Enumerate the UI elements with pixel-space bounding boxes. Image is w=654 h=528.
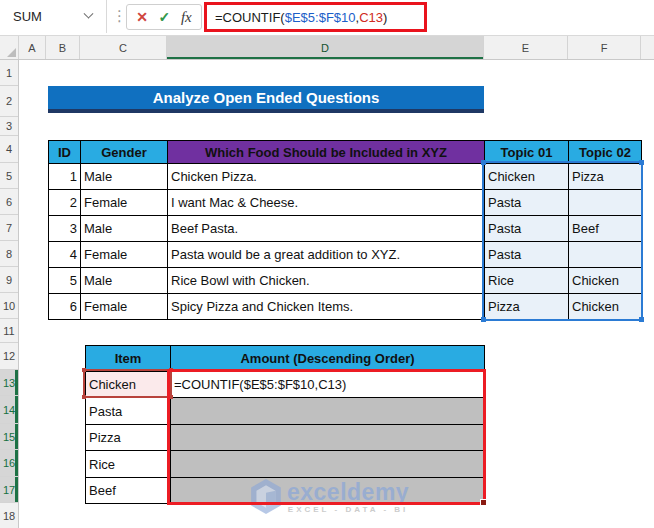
cell-gender[interactable]: Male — [81, 164, 168, 190]
cell-id[interactable]: 1 — [49, 164, 81, 190]
cell-gender[interactable]: Male — [81, 268, 168, 294]
row-header-10[interactable]: 10 — [0, 293, 18, 319]
row-header-18[interactable]: 18 — [0, 503, 18, 528]
cell-topic2[interactable]: Chicken — [569, 268, 642, 294]
cell-question[interactable]: Chicken Pizza. — [168, 164, 485, 190]
cell-question[interactable]: Spicy Pizza and Chicken Items. — [168, 294, 485, 320]
enter-icon[interactable]: ✓ — [159, 9, 171, 25]
result-row: Rice — [86, 451, 485, 478]
cell-id[interactable]: 3 — [49, 216, 81, 242]
cell-id[interactable]: 6 — [49, 294, 81, 320]
cell-topic1[interactable]: Pasta — [485, 190, 569, 216]
row-header-14[interactable]: 14 — [0, 396, 18, 424]
title-banner-text: Analyze Open Ended Questions — [153, 89, 380, 106]
cell-topic1[interactable]: Pizza — [485, 294, 569, 320]
formula-bar: SUM ⋮ ✕ ✓ fx =COUNTIF($E$5:$F$10,C13) — [0, 0, 654, 36]
row-header-5[interactable]: 5 — [0, 163, 18, 189]
watermark-tagline: EXCEL - DATA - BI — [288, 505, 408, 514]
column-header-b[interactable]: B — [46, 36, 80, 59]
cell-topic1[interactable]: Pasta — [485, 216, 569, 242]
cell-topic2[interactable]: Pizza — [569, 164, 642, 190]
watermark: exceldemy EXCEL - DATA - BI — [250, 479, 409, 514]
cell-amount-empty[interactable] — [171, 425, 485, 451]
formula-input[interactable]: =COUNTIF($E$5:$F$10,C13) — [207, 10, 387, 25]
formula-range-token: $E$5:$F$10 — [285, 10, 356, 25]
cell-topic1[interactable]: Pasta — [485, 242, 569, 268]
cell-topic2[interactable] — [569, 190, 642, 216]
survey-header-question[interactable]: Which Food Should be Included in XYZ — [168, 141, 485, 164]
fill-handle[interactable] — [480, 499, 487, 506]
cell-item-chicken[interactable]: Chicken — [86, 372, 171, 398]
cell-id[interactable]: 5 — [49, 268, 81, 294]
row-header-8[interactable]: 8 — [0, 241, 18, 267]
survey-row: 4 Female Pasta would be a great addition… — [49, 242, 642, 268]
cell-question[interactable]: Pasta would be a great addition to XYZ. — [168, 242, 485, 268]
cell-gender[interactable]: Female — [81, 242, 168, 268]
column-header-filler — [641, 36, 654, 59]
watermark-brand: exceldemy — [287, 480, 409, 504]
cell-amount-empty[interactable] — [171, 398, 485, 425]
row-header-13[interactable]: 13 — [0, 370, 18, 396]
cell-topic2[interactable] — [569, 242, 642, 268]
name-box[interactable]: SUM — [0, 0, 107, 33]
cell-item-beef[interactable]: Beef — [86, 478, 171, 504]
cell-question[interactable]: Beef Pasta. — [168, 216, 485, 242]
survey-row: 5 Male Rice Bowl with Chicken. Rice Chic… — [49, 268, 642, 294]
row-header-6[interactable]: 6 — [0, 189, 18, 215]
survey-row: 1 Male Chicken Pizza. Chicken Pizza — [49, 164, 642, 190]
formula-button-group: ✕ ✓ fx — [126, 4, 202, 30]
select-all-corner[interactable] — [0, 36, 19, 59]
cell-topic2[interactable]: Beef — [569, 216, 642, 242]
result-row: Pasta — [86, 398, 485, 425]
cell-gender[interactable]: Male — [81, 216, 168, 242]
result-header-item[interactable]: Item — [86, 346, 171, 372]
row-header-9[interactable]: 9 — [0, 267, 18, 293]
cell-question[interactable]: I want Mac & Cheese. — [168, 190, 485, 216]
cell-gender[interactable]: Female — [81, 190, 168, 216]
result-header-amount[interactable]: Amount (Descending Order) — [171, 346, 485, 372]
cell-amount-empty[interactable] — [171, 451, 485, 478]
survey-row: 2 Female I want Mac & Cheese. Pasta — [49, 190, 642, 216]
cell-topic1[interactable]: Rice — [485, 268, 569, 294]
column-header-e[interactable]: E — [484, 36, 568, 59]
survey-header-topic1[interactable]: Topic 01 — [485, 141, 569, 164]
column-header-f[interactable]: F — [568, 36, 641, 59]
row-header-7[interactable]: 7 — [0, 215, 18, 241]
cell-id[interactable]: 4 — [49, 242, 81, 268]
column-header-c[interactable]: C — [80, 36, 167, 59]
cell-item-rice[interactable]: Rice — [86, 451, 171, 478]
formula-ref-token: C13 — [359, 10, 383, 25]
cell-item-pasta[interactable]: Pasta — [86, 398, 171, 425]
cancel-icon[interactable]: ✕ — [136, 9, 148, 25]
row-header-15[interactable]: 15 — [0, 424, 18, 450]
name-box-value[interactable]: SUM — [0, 9, 85, 24]
cell-question[interactable]: Rice Bowl with Chicken. — [168, 268, 485, 294]
column-header-a[interactable]: A — [19, 36, 46, 59]
cell-item-pizza[interactable]: Pizza — [86, 425, 171, 451]
cell-topic1[interactable]: Chicken — [485, 164, 569, 190]
insert-function-icon[interactable]: fx — [181, 9, 192, 26]
formula-prefix: =COUNTIF( — [215, 10, 285, 25]
row-header-1[interactable]: 1 — [0, 60, 18, 86]
row-header-12[interactable]: 12 — [0, 343, 18, 370]
cell-formula-editing[interactable]: =COUNTIF($E$5:$F$10,C13) — [171, 372, 485, 398]
row-header-11[interactable]: 11 — [0, 319, 18, 343]
column-header-strip: A B C D E F — [0, 36, 654, 60]
chevron-down-icon[interactable] — [84, 9, 94, 19]
formula-annotation-box: =COUNTIF($E$5:$F$10,C13) — [204, 2, 427, 32]
row-header-3[interactable]: 3 — [0, 117, 18, 136]
survey-row: 3 Male Beef Pasta. Pasta Beef — [49, 216, 642, 242]
survey-header-topic2[interactable]: Topic 02 — [569, 141, 642, 164]
row-header-16[interactable]: 16 — [0, 450, 18, 477]
cell-gender[interactable]: Female — [81, 294, 168, 320]
cell-topic2[interactable]: Chicken — [569, 294, 642, 320]
row-header-17[interactable]: 17 — [0, 477, 18, 503]
row-header-2[interactable]: 2 — [0, 86, 18, 117]
result-row: Pizza — [86, 425, 485, 451]
title-banner[interactable]: Analyze Open Ended Questions — [48, 86, 484, 113]
row-header-4[interactable]: 4 — [0, 136, 18, 163]
survey-header-id[interactable]: ID — [49, 141, 81, 164]
column-header-d[interactable]: D — [167, 36, 484, 59]
cell-id[interactable]: 2 — [49, 190, 81, 216]
survey-header-gender[interactable]: Gender — [81, 141, 168, 164]
